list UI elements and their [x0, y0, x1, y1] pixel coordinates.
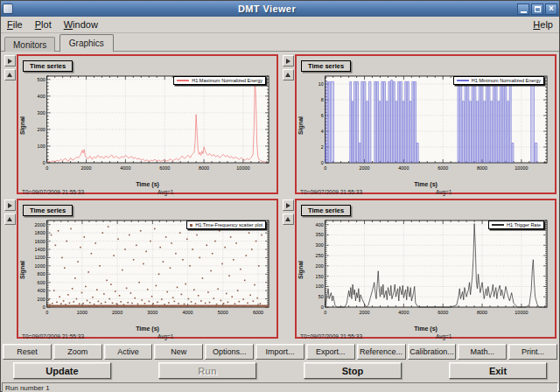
svg-text:8000: 8000	[477, 165, 487, 171]
svg-text:5000: 5000	[218, 310, 228, 315]
svg-text:1000: 1000	[35, 263, 46, 269]
legend-label: H1:Trigger Rate	[507, 222, 541, 228]
plot-panel-3: Time series 0200040006000800010000050100…	[281, 198, 559, 342]
svg-text:100: 100	[316, 284, 324, 289]
svg-text:400: 400	[38, 288, 46, 293]
menu-item-file[interactable]: File	[1, 18, 29, 32]
stop-button[interactable]: Stop	[304, 362, 402, 379]
panel-expand-button[interactable]	[283, 55, 294, 66]
right-arrow-icon	[286, 203, 290, 208]
menu-item-help[interactable]: Help	[527, 18, 559, 32]
exit-button[interactable]: Exit	[449, 362, 547, 379]
svg-text:4000: 4000	[183, 310, 193, 315]
panel-expand-button[interactable]	[4, 200, 16, 211]
svg-text:3000: 3000	[147, 310, 158, 315]
panel-expand-button[interactable]	[283, 200, 294, 211]
svg-text:2000: 2000	[359, 310, 369, 315]
toolbar: Reset Zoom Active New Options... Import.…	[1, 342, 559, 360]
svg-text:2000: 2000	[112, 310, 122, 315]
new-button[interactable]: New	[154, 344, 203, 360]
chart-canvas[interactable]: 0100020003000400050006000020040060080010…	[21, 216, 274, 332]
svg-text:0: 0	[324, 310, 326, 315]
options-button[interactable]: Options...	[205, 344, 254, 360]
tab-monitors[interactable]: Monitors	[4, 37, 55, 52]
active-button[interactable]: Active	[104, 344, 153, 360]
avg-label: Avg=1	[158, 333, 174, 340]
plot-frame: Time series 0200040006000800010000010020…	[17, 54, 278, 194]
t0-label: T0=09/07/2009 21:55:33	[22, 189, 158, 195]
export-button[interactable]: Export...	[306, 344, 355, 360]
timeseries-tab[interactable]: Time series	[23, 60, 73, 72]
svg-text:0: 0	[46, 310, 48, 315]
math-button[interactable]: Math...	[458, 344, 507, 360]
plot-panel-1: Time series 0200040006000800010000024681…	[281, 53, 559, 198]
svg-text:10000: 10000	[514, 165, 528, 171]
svg-text:300: 300	[38, 110, 46, 116]
timeseries-tab[interactable]: Time series	[301, 205, 351, 216]
svg-text:2000: 2000	[35, 222, 46, 228]
panel-raise-button[interactable]	[283, 69, 294, 80]
up-arrow-icon	[285, 73, 290, 77]
x-axis-label: Time (s)	[21, 181, 274, 187]
svg-text:4: 4	[321, 129, 324, 134]
svg-text:10: 10	[318, 81, 324, 87]
svg-text:6: 6	[321, 113, 324, 118]
y-axis-label: Signal	[298, 116, 304, 135]
svg-text:250: 250	[316, 253, 324, 258]
titlebar: DMT Viewer ×	[1, 1, 559, 17]
svg-text:1600: 1600	[35, 239, 46, 244]
update-button[interactable]: Update	[13, 362, 111, 379]
timeseries-tab[interactable]: Time series	[301, 60, 351, 72]
reset-button[interactable]: Reset	[3, 344, 52, 360]
run-button[interactable]: Run	[158, 362, 256, 379]
svg-text:50: 50	[318, 294, 324, 299]
calibration-button[interactable]: Calibration...	[408, 344, 457, 360]
print-button[interactable]: Print...	[508, 344, 557, 360]
dmt-viewer-window: DMT Viewer × File Plot Window Help Monit…	[0, 0, 560, 392]
panel-expand-button[interactable]	[4, 55, 16, 66]
import-button[interactable]: Import...	[256, 344, 304, 360]
x-axis-label: Time (s)	[299, 326, 552, 332]
svg-text:200: 200	[38, 297, 46, 302]
right-arrow-icon	[286, 59, 290, 64]
avg-label: Avg=1	[436, 189, 452, 195]
maximize-icon	[535, 6, 541, 12]
chart-canvas[interactable]: 02000400060008000100000246810	[299, 72, 552, 187]
legend: H1:Minimum Normalized Energy	[453, 76, 544, 85]
minimize-button[interactable]	[517, 4, 529, 15]
svg-text:200: 200	[316, 263, 324, 269]
x-axis-label: Time (s)	[299, 181, 552, 187]
svg-text:6000: 6000	[253, 310, 263, 315]
svg-text:8: 8	[321, 97, 324, 102]
timeseries-tab[interactable]: Time series	[23, 205, 73, 216]
t0-label: T0=09/07/2009 21:55:33	[300, 333, 436, 340]
y-axis-label: Signal	[298, 261, 304, 279]
svg-text:1400: 1400	[35, 247, 46, 252]
menu-item-window[interactable]: Window	[58, 18, 104, 32]
chart-canvas[interactable]: 0200040006000800010000050100150200250300…	[299, 216, 552, 332]
status-bar: Run number 1	[1, 382, 559, 392]
panel-raise-button[interactable]	[283, 214, 294, 225]
tab-graphics[interactable]: Graphics	[60, 34, 114, 52]
zoom-button[interactable]: Zoom	[53, 344, 102, 360]
close-button[interactable]: ×	[545, 4, 557, 15]
right-arrow-icon	[8, 59, 12, 64]
svg-text:1200: 1200	[35, 255, 46, 260]
maximize-button[interactable]	[531, 4, 543, 15]
close-icon: ×	[549, 4, 554, 13]
action-bar: Update Run Stop Exit	[1, 360, 559, 382]
plot-panel-0: Time series 0200040006000800010000010020…	[3, 53, 281, 198]
svg-text:200: 200	[38, 127, 46, 132]
svg-text:0: 0	[43, 304, 46, 310]
svg-text:2: 2	[321, 144, 324, 150]
legend-label: H1:Minimum Normalized Energy	[472, 78, 541, 83]
menu-item-plot[interactable]: Plot	[29, 18, 58, 32]
panel-raise-button[interactable]	[4, 214, 16, 225]
svg-text:1800: 1800	[35, 230, 46, 235]
reference-button[interactable]: Reference...	[357, 344, 406, 360]
chart-canvas[interactable]: 02000400060008000100000100200300400500	[21, 72, 274, 187]
window-title: DMT Viewer	[17, 4, 517, 14]
up-arrow-icon	[7, 73, 12, 77]
panel-raise-button[interactable]	[4, 69, 16, 80]
svg-text:6000: 6000	[438, 165, 448, 171]
